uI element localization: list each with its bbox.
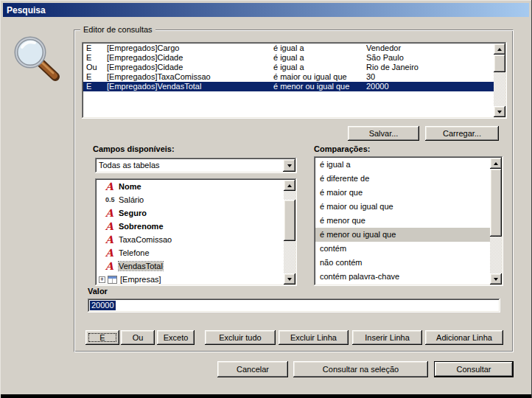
available-fields-label: Campos disponíveis:	[93, 144, 175, 153]
field-item-selected[interactable]: A VendasTotal	[97, 259, 284, 273]
field-item[interactable]: A Sobrenome	[97, 220, 284, 233]
expand-icon[interactable]: +	[99, 276, 105, 283]
scroll-down-button[interactable]	[284, 273, 295, 284]
comparison-item[interactable]: contém	[315, 242, 490, 256]
arrow-down-icon	[494, 278, 498, 281]
scroll-down-button[interactable]	[494, 106, 505, 117]
scrollbar-track[interactable]	[490, 169, 502, 273]
except-button[interactable]: Exceto	[157, 330, 195, 345]
scroll-up-button[interactable]	[490, 158, 502, 169]
query-selection-button[interactable]: Consultar na seleção	[293, 361, 428, 377]
scrollbar-thumb[interactable]	[284, 200, 295, 241]
chevron-down-icon	[287, 164, 292, 167]
comparison-item[interactable]: é diferente de	[315, 172, 490, 186]
query-row[interactable]: E [Empregados]Cidade é igual a São Paulo	[83, 53, 494, 63]
field-item[interactable]: A TaxaComissao	[97, 233, 284, 246]
clear-all-button[interactable]: Excluir tudo	[205, 330, 276, 345]
field-item[interactable]: A Telefone	[97, 246, 284, 259]
comparison-item-selected[interactable]: é menor ou igual que	[315, 228, 490, 242]
titlebar[interactable]: Pesquisa	[3, 3, 529, 17]
text-field-icon: A	[105, 261, 119, 271]
query-row-selected[interactable]: E [Empregados]VendasTotal é menor ou igu…	[83, 82, 494, 91]
text-field-icon: A	[105, 234, 119, 245]
comparison-item[interactable]: não contém	[315, 256, 490, 270]
field-item[interactable]: A Seguro	[97, 206, 284, 220]
query-editor-group: Editor de consultas E [Empregados]Cargo …	[74, 29, 514, 352]
text-field-icon: A	[105, 221, 119, 231]
arrow-up-icon	[287, 184, 292, 187]
comparison-item[interactable]: é maior ou igual que	[315, 200, 490, 214]
scroll-down-button[interactable]	[490, 273, 502, 284]
save-button[interactable]: Salvar...	[348, 126, 419, 141]
delete-row-button[interactable]: Excluir Linha	[279, 330, 349, 345]
query-list: E [Empregados]Cargo é igual a Vendedor E…	[82, 42, 507, 119]
query-list-scrollbar[interactable]	[494, 43, 505, 117]
comparison-item[interactable]: é igual a	[315, 158, 490, 172]
scroll-up-button[interactable]	[284, 180, 295, 191]
text-field-icon: A	[105, 181, 119, 192]
comparison-item[interactable]: é maior que	[315, 186, 490, 200]
comparison-item[interactable]: é menor que	[315, 214, 490, 228]
comparisons-list: é igual a é diferente de é maior que é m…	[314, 156, 503, 286]
pesquisa-dialog: Pesquisa Editor de consultas E [Empregad…	[0, 0, 532, 398]
scrollbar-thumb[interactable]	[490, 169, 502, 237]
query-row[interactable]: E [Empregados]TaxaComissao é maior ou ig…	[83, 72, 494, 82]
value-selected-text: 20000	[90, 301, 116, 310]
comparisons-scrollbar[interactable]	[490, 158, 502, 284]
field-item[interactable]: 0.5 Salário	[97, 193, 284, 206]
or-button[interactable]: Ou	[121, 330, 155, 345]
arrow-down-icon	[497, 111, 502, 114]
magnifier-icon	[10, 34, 63, 87]
scroll-up-button[interactable]	[494, 43, 505, 55]
scrollbar-thumb[interactable]	[494, 55, 505, 72]
number-field-icon: 0.5	[105, 196, 119, 203]
fields-list: A Nome 0.5 Salário A Seguro A Sobrenome …	[95, 178, 297, 286]
value-input[interactable]: 20000	[88, 298, 500, 313]
query-row[interactable]: Ou [Empregados]Cidade é igual a Rio de J…	[83, 63, 494, 72]
query-button[interactable]: Consultar	[434, 361, 514, 377]
arrow-up-icon	[497, 48, 502, 51]
cancel-button[interactable]: Cancelar	[217, 361, 288, 377]
field-item[interactable]: A Nome	[97, 180, 284, 193]
text-field-icon: A	[105, 248, 119, 258]
arrow-up-icon	[494, 162, 498, 165]
value-label: Valor	[88, 287, 108, 296]
table-icon	[108, 276, 117, 284]
table-filter-value: Todas as tabelas	[99, 161, 160, 170]
arrow-down-icon	[287, 278, 292, 281]
query-row[interactable]: E [Empregados]Cargo é igual a Vendedor	[83, 43, 494, 53]
comparisons-label: Comparações:	[314, 144, 370, 153]
scrollbar-track[interactable]	[284, 191, 295, 273]
add-row-button[interactable]: Adicionar Linha	[425, 330, 503, 345]
table-filter-dropdown[interactable]: Todas as tabelas	[95, 158, 297, 173]
field-table-item[interactable]: + [Empresas]	[97, 273, 284, 284]
insert-row-button[interactable]: Inserir Linha	[352, 330, 422, 345]
and-button[interactable]: E	[85, 330, 119, 345]
text-field-icon: A	[105, 208, 119, 218]
load-button[interactable]: Carregar...	[425, 126, 499, 141]
fields-list-scrollbar[interactable]	[284, 180, 295, 284]
group-title: Editor de consultas	[80, 25, 155, 34]
dropdown-arrow-button[interactable]	[283, 159, 295, 172]
window-title: Pesquisa	[7, 5, 46, 15]
comparison-item[interactable]: contém palavra-chave	[315, 270, 490, 284]
scrollbar-track[interactable]	[494, 55, 505, 106]
